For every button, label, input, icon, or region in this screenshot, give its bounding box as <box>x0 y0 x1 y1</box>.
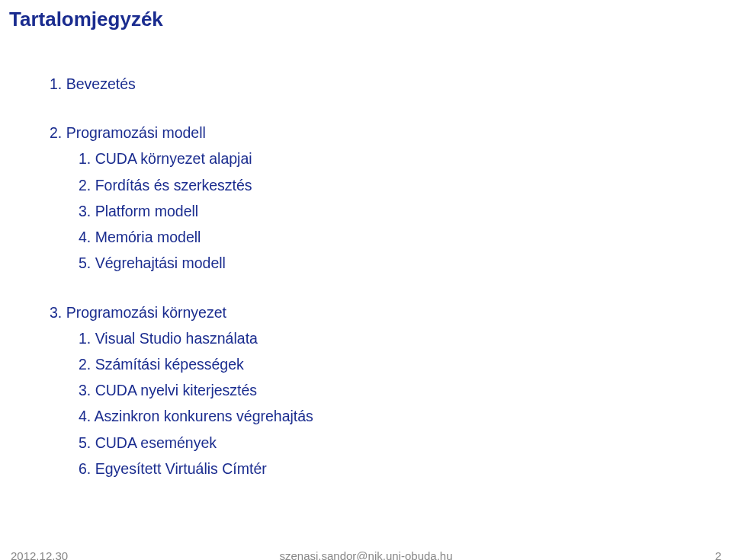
toc-number: 2. <box>79 177 91 194</box>
toc-level2-item: 5. Végrehajtási modell <box>50 251 313 274</box>
toc-label: Végrehajtási modell <box>95 254 226 271</box>
toc-section-3: 3. Programozási környezet 1. Visual Stud… <box>50 301 313 481</box>
toc-level2-item: 5. CUDA események <box>50 431 313 454</box>
toc-number: 5. <box>79 254 91 271</box>
toc-level2-item: 4. Aszinkron konkurens végrehajtás <box>50 405 313 427</box>
toc-label: Memória modell <box>95 229 201 245</box>
toc-level1-item: 2. Programozási modell <box>50 121 313 144</box>
toc-number: 2. <box>79 356 91 373</box>
toc-label: CUDA nyelvi kiterjesztés <box>95 382 257 398</box>
toc-number: 1. <box>50 75 62 92</box>
toc-label: Számítási képességek <box>95 356 244 373</box>
toc-level2-item: 6. Egyesített Virtuális Címtér <box>50 457 313 480</box>
toc-level2-item: 3. Platform modell <box>50 200 313 222</box>
toc-number: 3. <box>79 382 91 398</box>
toc-section-1: 1. Bevezetés <box>50 72 313 95</box>
toc-number: 4. <box>79 408 91 424</box>
toc-number: 4. <box>79 229 91 245</box>
toc-level2-item: 2. Számítási képességek <box>50 353 313 376</box>
toc-level2-item: 1. Visual Studio használata <box>50 327 313 350</box>
toc-label: Egyesített Virtuális Címtér <box>95 460 267 477</box>
toc-label: Aszinkron konkurens végrehajtás <box>95 408 313 424</box>
toc-number: 5. <box>79 434 91 451</box>
toc-number: 6. <box>79 460 91 477</box>
toc-label: CUDA események <box>95 434 217 451</box>
toc-level1-item: 1. Bevezetés <box>50 72 313 95</box>
toc-label: Bevezetés <box>66 75 136 92</box>
toc-label: CUDA környezet alapjai <box>95 150 252 167</box>
footer-email: szenasi.sandor@nik.uni-obuda.hu <box>0 549 732 560</box>
toc-number: 3. <box>50 304 62 321</box>
toc-section-2: 2. Programozási modell 1. CUDA környezet… <box>50 121 313 274</box>
footer-page-number: 2 <box>715 549 721 560</box>
toc-number: 3. <box>79 203 91 219</box>
toc-label: Programozási modell <box>66 124 206 141</box>
toc-level2-item: 2. Fordítás és szerkesztés <box>50 174 313 197</box>
toc-label: Platform modell <box>95 203 198 219</box>
toc-label: Fordítás és szerkesztés <box>95 177 252 194</box>
toc-level2-item: 1. CUDA környezet alapjai <box>50 147 313 170</box>
toc-level2-item: 4. Memória modell <box>50 226 313 248</box>
toc-level1-item: 3. Programozási környezet <box>50 301 313 324</box>
page-title: Tartalomjegyzék <box>9 8 163 31</box>
toc-number: 2. <box>50 124 62 141</box>
toc-label: Programozási környezet <box>66 304 226 321</box>
table-of-contents: 1. Bevezetés 2. Programozási modell 1. C… <box>50 72 313 506</box>
slide-page: Tartalomjegyzék 1. Bevezetés 2. Programo… <box>0 0 732 560</box>
toc-level2-item: 3. CUDA nyelvi kiterjesztés <box>50 379 313 402</box>
toc-label: Visual Studio használata <box>95 330 258 347</box>
toc-number: 1. <box>79 330 91 347</box>
toc-number: 1. <box>79 150 91 167</box>
